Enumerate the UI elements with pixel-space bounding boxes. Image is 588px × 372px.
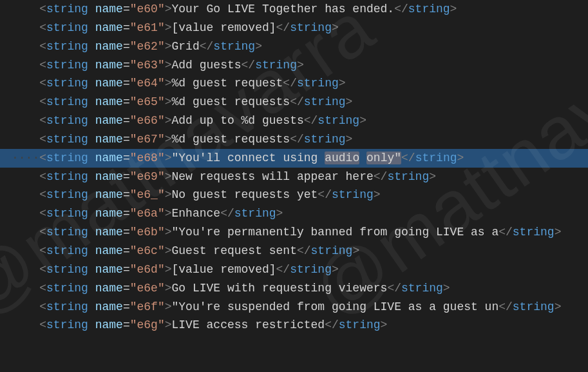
xml-attr-value: "e63"	[130, 59, 165, 72]
code-line[interactable]: <string name="e6c">Guest request sent</s…	[0, 242, 588, 260]
xml-tag-close: string	[513, 226, 555, 239]
code-line[interactable]: <string name="e66">Add up to %d guests</…	[0, 112, 588, 130]
xml-attr-value: "e61"	[130, 21, 165, 34]
xml-attr-name: name	[95, 152, 123, 164]
xml-attr-name: name	[95, 226, 123, 239]
xml-attr-value: "e69"	[130, 170, 165, 183]
code-line[interactable]: <string name="e67">%d guest requests</st…	[0, 130, 588, 149]
xml-attr-name: name	[95, 95, 123, 108]
xml-attr-name: name	[95, 282, 123, 295]
xml-attr-name: name	[95, 3, 123, 15]
xml-tag: string	[46, 3, 88, 15]
xml-tag-close: string	[311, 244, 353, 257]
xml-tag: string	[46, 282, 88, 295]
xml-attr-value: "e66"	[130, 114, 165, 127]
xml-attr-value: "e6d"	[130, 263, 165, 276]
xml-attr-value: "e6b"	[130, 226, 165, 239]
xml-tag: string	[46, 40, 88, 53]
xml-attr-name: name	[95, 133, 123, 146]
xml-tag-close: string	[290, 263, 332, 276]
code-line[interactable]: <string name="e62">Grid</string>	[0, 37, 588, 56]
xml-attr-name: name	[95, 263, 123, 276]
xml-attr-value: "e6a"	[130, 207, 165, 220]
code-editor[interactable]: <string name="e60">Your Go LIVE Together…	[0, 0, 588, 335]
xml-attr-value: "e6_"	[130, 188, 165, 201]
code-line[interactable]: <string name="e6e">Go LIVE with requesti…	[0, 279, 588, 298]
xml-tag-close: string	[297, 77, 339, 90]
xml-tag: string	[46, 226, 88, 239]
xml-attr-value: "e6e"	[130, 282, 165, 295]
xml-tag: string	[46, 300, 88, 313]
xml-attr-value: "e62"	[130, 40, 165, 53]
xml-attr-name: name	[95, 21, 123, 34]
xml-attr-value: "e68"	[130, 152, 165, 164]
xml-tag-close: string	[408, 3, 450, 15]
xml-tag: string	[46, 77, 88, 90]
xml-attr-name: name	[95, 77, 123, 90]
xml-tag: string	[46, 114, 88, 127]
code-line[interactable]: <string name="e6_">No guest requests yet…	[0, 186, 588, 204]
code-line[interactable]: <string name="e6d">[value removed]</stri…	[0, 260, 588, 279]
xml-attr-name: name	[95, 114, 123, 127]
xml-tag-close: string	[213, 40, 255, 53]
xml-tag-close: string	[339, 318, 381, 331]
xml-tag: string	[46, 59, 88, 72]
xml-attr-name: name	[95, 244, 123, 257]
xml-attr-value: "e64"	[130, 77, 165, 90]
xml-attr-name: name	[95, 170, 123, 183]
xml-tag: string	[46, 21, 88, 34]
xml-tag-close: string	[387, 170, 429, 183]
xml-attr-value: "e67"	[130, 133, 165, 146]
code-line[interactable]: <string name="e64">%d guest request</str…	[0, 74, 588, 93]
xml-tag: string	[46, 95, 88, 108]
xml-tag-close: string	[304, 95, 346, 108]
code-line[interactable]: <string name="e69">New requests will app…	[0, 168, 588, 186]
xml-tag: string	[46, 170, 88, 183]
code-line[interactable]: <string name="e6f">"You're suspended fro…	[0, 298, 588, 317]
xml-tag: string	[46, 133, 88, 146]
xml-tag: string	[46, 188, 88, 201]
code-line[interactable]: <string name="e6b">"You're permanently b…	[0, 223, 588, 242]
xml-tag: string	[46, 318, 88, 331]
code-line[interactable]: ····<string name="e68">"You'll connect u…	[0, 149, 588, 168]
xml-tag-close: string	[513, 300, 555, 313]
code-line[interactable]: <string name="e63">Add guests</string>	[0, 56, 588, 75]
xml-attr-value: "e6f"	[130, 300, 165, 313]
code-line[interactable]: <string name="e61">[value removed]</stri…	[0, 19, 588, 37]
xml-tag: string	[46, 244, 88, 257]
xml-tag-close: string	[290, 21, 332, 34]
xml-tag-close: string	[234, 207, 276, 220]
xml-attr-name: name	[95, 300, 123, 313]
xml-attr-value: "e6g"	[130, 318, 165, 331]
code-line[interactable]: <string name="e6g">LIVE access restricte…	[0, 316, 588, 335]
xml-tag: string	[46, 263, 88, 276]
xml-attr-name: name	[95, 188, 123, 201]
code-line[interactable]: <string name="e65">%d guest requests</st…	[0, 93, 588, 112]
xml-attr-name: name	[95, 59, 123, 72]
xml-attr-value: "e60"	[130, 3, 165, 15]
code-line[interactable]: <string name="e60">Your Go LIVE Together…	[0, 0, 588, 19]
xml-tag: string	[46, 207, 88, 220]
code-line[interactable]: <string name="e6a">Enhance</string>	[0, 204, 588, 223]
xml-attr-name: name	[95, 207, 123, 220]
xml-tag-close: string	[304, 133, 346, 146]
xml-tag: string	[46, 152, 88, 164]
xml-tag-close: string	[255, 59, 297, 72]
xml-tag-close: string	[401, 282, 443, 295]
xml-tag-close: string	[318, 114, 359, 127]
xml-attr-value: "e65"	[130, 95, 165, 108]
xml-attr-name: name	[95, 40, 123, 53]
xml-tag-close: string	[415, 152, 457, 164]
xml-attr-name: name	[95, 318, 123, 331]
xml-tag-close: string	[332, 188, 374, 201]
xml-attr-value: "e6c"	[130, 244, 165, 257]
